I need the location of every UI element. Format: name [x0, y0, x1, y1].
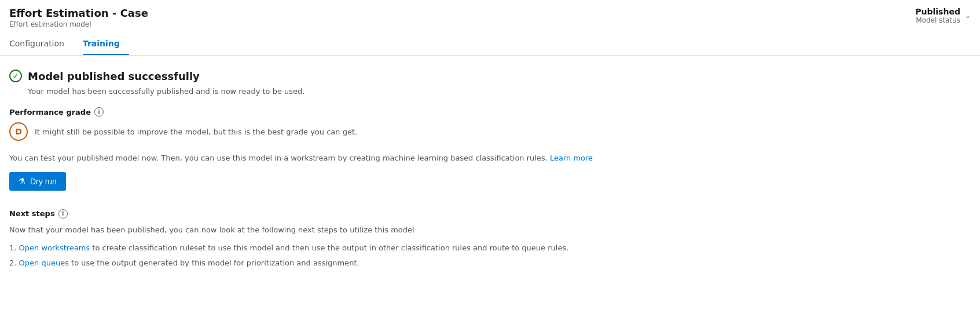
performance-grade-section: Performance grade i D It might still be … [9, 107, 971, 141]
dry-run-button[interactable]: ⚗ Dry run [9, 172, 66, 191]
status-label: Published [915, 7, 960, 16]
learn-more-link[interactable]: Learn more [550, 154, 593, 162]
open-workstreams-link[interactable]: Open workstreams [19, 243, 90, 252]
step-1-text: to create classification ruleset to use … [90, 243, 568, 252]
dry-run-label: Dry run [30, 177, 57, 186]
step-2-text: to use the output generated by this mode… [69, 259, 359, 267]
status-sub-label: Model status [916, 16, 960, 24]
test-description: You can test your published model now. T… [9, 152, 971, 164]
status-area: Published Model status [915, 7, 960, 24]
grade-row: D It might still be possible to improve … [9, 122, 971, 141]
steps-list: Open workstreams to create classificatio… [9, 242, 971, 268]
performance-grade-label: Performance grade i [9, 107, 971, 117]
performance-info-icon[interactable]: i [94, 107, 104, 117]
grade-description: It might still be possible to improve th… [35, 128, 357, 136]
success-description: Your model has been successfully publish… [28, 87, 971, 96]
tab-configuration[interactable]: Configuration [9, 33, 74, 55]
next-steps-label: Next steps i [9, 209, 971, 219]
tab-training[interactable]: Training [83, 33, 129, 55]
next-steps-description: Now that your model has been published, … [9, 224, 971, 236]
next-steps-section: Next steps i Now that your model has bee… [9, 209, 971, 269]
success-title: Model published successfully [28, 70, 200, 82]
list-item: Open queues to use the output generated … [9, 257, 971, 269]
list-item: Open workstreams to create classificatio… [9, 242, 971, 254]
header-left: Effort Estimation - Case Effort estimati… [9, 7, 148, 28]
next-steps-info-icon[interactable]: i [58, 209, 68, 219]
main-content: ✓ Model published successfully Your mode… [0, 56, 980, 286]
page-subtitle: Effort estimation model [9, 20, 148, 28]
page-title: Effort Estimation - Case [9, 7, 148, 19]
tab-bar: Configuration Training [0, 33, 980, 56]
grade-badge: D [9, 122, 28, 141]
success-check-icon: ✓ [9, 70, 22, 82]
open-queues-link[interactable]: Open queues [19, 259, 69, 267]
chevron-down-icon[interactable]: ⌄ [965, 12, 971, 20]
page-header: Effort Estimation - Case Effort estimati… [0, 0, 980, 33]
header-right: Published Model status ⌄ [915, 7, 971, 24]
flask-icon: ⚗ [19, 177, 25, 185]
success-header: ✓ Model published successfully [9, 70, 971, 82]
